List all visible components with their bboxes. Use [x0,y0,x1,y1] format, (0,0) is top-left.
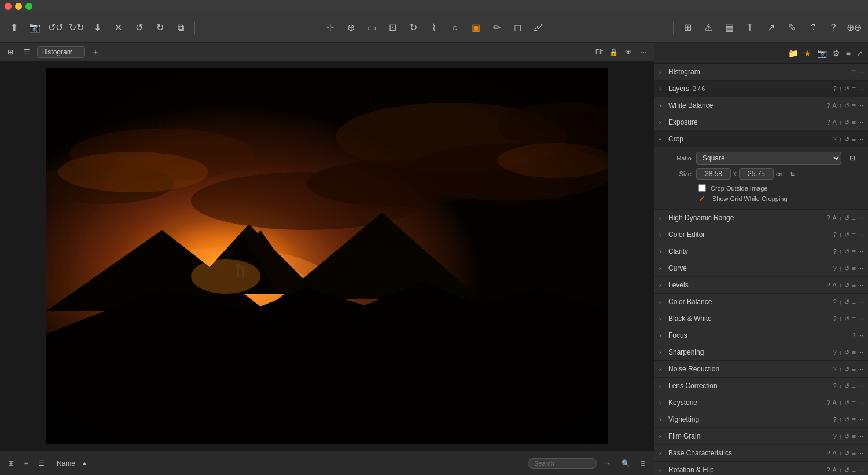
ks-help-icon[interactable]: ? [826,399,830,406]
crop-tool[interactable]: ⊡ [383,19,402,37]
exposure-arrow-icon[interactable]: ↑ [839,119,843,126]
panel-camera-icon[interactable]: 📷 [817,49,827,58]
gradient-tool[interactable]: ▣ [466,19,485,37]
close-window-button[interactable] [5,3,12,10]
exposure-help-icon[interactable]: ? [826,119,830,126]
vig-undo-icon[interactable]: ↺ [844,416,849,423]
ks-menu-icon[interactable]: ≡ [852,399,855,406]
layers-grid-icon[interactable]: ⊞ [5,46,16,58]
noise-menu-icon[interactable]: ≡ [852,366,855,372]
vig-help-icon[interactable]: ? [833,416,837,423]
section-hdr-header[interactable]: High Dynamic Range ? A ↑ ↺ ≡ ··· [654,210,868,226]
levels-menu-icon[interactable]: ≡ [852,282,855,288]
section-ks-header[interactable]: Keystone ? A ↑ ↺ ≡ ··· [654,394,868,411]
erase-tool[interactable]: ◻ [508,19,527,37]
transform-tool[interactable]: ⊕ [341,19,360,37]
layers-menu-icon[interactable]: ≡ [852,85,855,92]
brush-tool[interactable]: ✏ [487,19,506,37]
section-clarity-header[interactable]: Clarity ? ↑ ↺ ≡ ··· [654,243,868,260]
section-ce-header[interactable]: Color Editor ? ↑ ↺ ≡ ··· [654,226,868,243]
maximize-window-button[interactable] [25,3,32,10]
layers-list-icon[interactable]: ☰ [21,46,32,58]
section-curve-header[interactable]: Curve ? ↑ ↺ ≡ ··· [654,260,868,276]
crop-size-arrows-icon[interactable]: ⇅ [787,169,797,179]
text-icon[interactable]: T [741,19,759,37]
zoom-icon[interactable]: ⊕⊕ [845,19,863,37]
bc-arrow-icon[interactable]: ↑ [839,450,843,456]
crop-arrow-icon[interactable]: ↑ [839,136,843,142]
filmstrip-zoom-out-icon[interactable]: 🔍 [619,457,632,470]
exposure-more-icon[interactable]: ··· [858,119,863,126]
lens-undo-icon[interactable]: ↺ [844,382,849,390]
rectangle-tool[interactable]: ▭ [362,19,381,37]
wb-arrow-icon[interactable]: ↑ [839,102,843,109]
add-layer-icon[interactable]: ＋ [90,46,101,58]
section-levels-header[interactable]: Levels ? A ↑ ↺ ≡ ··· [654,277,868,293]
vig-menu-icon[interactable]: ≡ [852,416,855,423]
undo-all-icon[interactable]: ↺↺ [46,19,65,37]
section-crop-header[interactable]: Crop ? ↑ ↺ ≡ ··· [654,131,868,147]
cb-help-icon[interactable]: ? [833,298,837,305]
cb-undo-icon[interactable]: ↺ [844,298,849,306]
levels-more-icon[interactable]: ··· [858,282,863,288]
hdr-help-icon[interactable]: ? [826,214,830,221]
edit-icon[interactable]: ✎ [782,19,801,37]
crop-undo-icon[interactable]: ↺ [844,136,849,143]
clarity-arrow-icon[interactable]: ↑ [839,248,843,255]
sort-direction-icon[interactable]: ▲ [80,459,89,468]
sharp-more-icon[interactable]: ··· [858,349,863,356]
levels-help-icon[interactable]: ? [826,282,830,288]
ks-arrow-icon[interactable]: ↑ [839,399,843,406]
section-layers-header[interactable]: Layers 2 / 6 ? ↑ ↺ ≡ ··· [654,81,868,97]
bc-help-icon[interactable]: ? [826,450,830,456]
noise-help-icon[interactable]: ? [833,366,837,372]
curve-more-icon[interactable]: ··· [858,265,863,272]
crop-height-input[interactable] [739,168,774,180]
rot-more-icon[interactable]: ··· [858,466,863,473]
bw-more-icon[interactable]: ··· [858,315,863,322]
arrow-icon[interactable]: ↗ [762,19,780,37]
section-bc-header[interactable]: Base Characteristics ? A ↑ ↺ ≡ ··· [654,445,868,461]
section-rot-header[interactable]: Rotation & Flip ? A ↑ ↺ ≡ ··· [654,462,868,475]
ce-more-icon[interactable]: ··· [858,231,863,238]
redo-icon[interactable]: ↻ [150,19,169,37]
wb-more-icon[interactable]: ··· [858,102,863,109]
fg-help-icon[interactable]: ? [833,433,837,440]
sharp-arrow-icon[interactable]: ↑ [839,349,843,356]
section-wb-header[interactable]: White Balance ? A ↑ ↺ ≡ ··· [654,97,868,114]
redo-all-icon[interactable]: ↻↻ [67,19,86,37]
ks-a-icon[interactable]: A [833,399,837,406]
rot-undo-icon[interactable]: ↺ [844,466,849,474]
layers-help-icon[interactable]: ? [833,85,837,92]
filmstrip-detail-icon[interactable]: ☰ [35,457,47,470]
undo-icon[interactable]: ↺ [130,19,148,37]
panel-star-icon[interactable]: ★ [804,49,811,58]
bw-undo-icon[interactable]: ↺ [844,315,849,323]
hdr-arrow-icon[interactable]: ↑ [839,214,843,221]
levels-a-icon[interactable]: A [833,282,837,288]
lens-more-icon[interactable]: ··· [858,382,863,389]
filmstrip-grid-icon[interactable]: ⊞ [5,457,17,470]
section-sharp-header[interactable]: Sharpening ? ↑ ↺ ≡ ··· [654,344,868,360]
section-vig-header[interactable]: Vignetting ? ↑ ↺ ≡ ··· [654,411,868,427]
rot-help-icon[interactable]: ? [826,466,830,473]
rot-arrow-icon[interactable]: ↑ [839,466,843,473]
crop-ratio-select[interactable]: Square [696,152,841,165]
bc-more-icon[interactable]: ··· [858,450,863,456]
panel-share-icon[interactable]: ↗ [856,49,863,58]
curve-help-icon[interactable]: ? [833,265,837,272]
export-icon[interactable]: ⬆ [5,19,23,37]
lock-icon[interactable]: 🔒 [608,46,619,58]
canvas-more-icon[interactable]: ⋯ [638,46,649,58]
crop-width-input[interactable] [696,168,731,180]
cb-arrow-icon[interactable]: ↑ [839,298,843,305]
histogram-more-icon[interactable]: ··· [858,68,863,75]
crop-more-icon[interactable]: ··· [858,136,863,142]
crop-outside-checkbox[interactable] [698,184,706,192]
rot-a-icon[interactable]: A [833,466,837,473]
focus-help-icon[interactable]: ? [852,332,856,339]
layers-up-icon[interactable]: ↑ [839,85,843,92]
curve-menu-icon[interactable]: ≡ [852,265,855,272]
rotate-tool[interactable]: ↻ [404,19,422,37]
wb-menu-icon[interactable]: ≡ [852,102,855,109]
